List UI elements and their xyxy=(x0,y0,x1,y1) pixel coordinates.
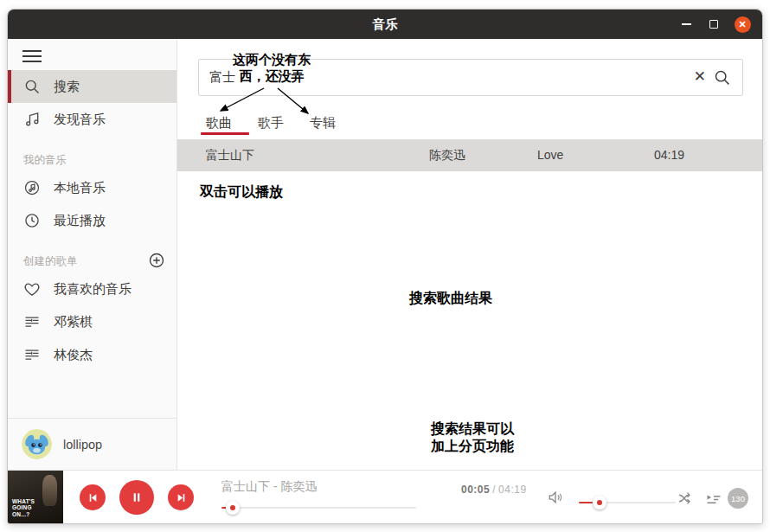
song-title: 富士山下 xyxy=(206,148,254,163)
user-profile[interactable]: lollipop xyxy=(8,418,176,470)
main-content: ✕ 这两个没有东西，还没弄 歌曲 歌手 专辑 xyxy=(177,39,762,470)
total-time: 04:19 xyxy=(498,484,527,496)
maximize-button[interactable] xyxy=(705,10,722,39)
sidebar-item-playlist-gem[interactable]: 邓紫棋 xyxy=(8,305,176,338)
sidebar-item-label: 本地音乐 xyxy=(54,180,106,196)
playlist-icon xyxy=(23,313,41,330)
pause-button[interactable] xyxy=(119,480,154,515)
album-art: WHAT'S GOING ON...? xyxy=(8,471,63,523)
close-icon: ✕ xyxy=(735,16,751,33)
play-queue-icon xyxy=(704,490,723,508)
plus-circle-icon xyxy=(148,252,165,269)
tab-songs[interactable]: 歌曲 xyxy=(206,115,232,131)
add-playlist-button[interactable] xyxy=(148,252,165,272)
song-album: Love xyxy=(537,148,563,162)
app-window: 音乐 ✕ 搜索 发现音乐 我的音乐 本地音乐 xyxy=(7,9,763,524)
maximize-icon xyxy=(709,20,718,29)
skip-forward-icon xyxy=(176,492,187,503)
volume-slider[interactable] xyxy=(579,502,676,503)
sidebar: 搜索 发现音乐 我的音乐 本地音乐 最近播放 创建的歌单 xyxy=(8,39,177,470)
previous-button[interactable] xyxy=(80,484,106,510)
sidebar-item-label: 我喜欢的音乐 xyxy=(54,281,132,298)
next-button[interactable] xyxy=(168,484,194,510)
tab-albums[interactable]: 专辑 xyxy=(310,115,336,131)
player-bar: WHAT'S GOING ON...? 富士山下 - 陈奕迅 00:05/04:… xyxy=(8,470,762,523)
speaker-icon xyxy=(547,489,564,506)
section-label: 我的音乐 xyxy=(23,153,67,168)
music-note-circle-icon xyxy=(23,179,41,196)
progress-slider[interactable] xyxy=(221,507,416,509)
sidebar-item-discover[interactable]: 发现音乐 xyxy=(8,103,176,136)
song-artist: 陈奕迅 xyxy=(429,148,465,163)
shuffle-button[interactable] xyxy=(677,490,694,510)
username: lollipop xyxy=(63,438,102,452)
clear-search-icon[interactable]: ✕ xyxy=(694,67,706,87)
clock-icon xyxy=(23,212,41,229)
now-playing-label: 富士山下 - 陈奕迅 xyxy=(221,479,317,495)
search-submit-icon[interactable] xyxy=(713,68,731,90)
heart-icon xyxy=(23,280,41,298)
minimize-icon xyxy=(682,23,691,25)
queue-count-badge: 130 xyxy=(728,488,748,509)
active-tab-underline xyxy=(201,132,249,135)
sidebar-item-playlist-jj[interactable]: 林俊杰 xyxy=(8,338,176,371)
sidebar-item-label: 林俊杰 xyxy=(54,347,93,363)
annotation-tabs-note: 这两个没有东西，还没弄 xyxy=(231,52,312,85)
song-duration: 04:19 xyxy=(654,148,684,162)
window-title: 音乐 xyxy=(373,16,398,33)
hamburger-menu-icon[interactable] xyxy=(22,50,42,62)
pause-icon xyxy=(130,490,144,504)
annotation-pagination: 搜索结果可以 加上分页功能 xyxy=(431,420,514,455)
search-icon xyxy=(23,78,41,95)
section-label: 创建的歌单 xyxy=(23,254,78,269)
skip-back-icon xyxy=(87,492,99,503)
progress-handle[interactable] xyxy=(226,501,240,515)
sidebar-item-label: 发现音乐 xyxy=(54,112,106,128)
time-display: 00:05/04:19 xyxy=(461,484,527,496)
song-result-row[interactable]: 富士山下 陈奕迅 Love 04:19 xyxy=(177,139,762,171)
search-result-tabs: 歌曲 歌手 专辑 xyxy=(206,115,336,131)
avatar xyxy=(22,429,52,459)
volume-button[interactable] xyxy=(547,489,564,510)
sidebar-item-search[interactable]: 搜索 xyxy=(8,70,176,103)
album-art-title: WHAT'S GOING ON...? xyxy=(12,498,48,518)
section-my-music: 我的音乐 xyxy=(8,151,176,170)
sidebar-item-label: 搜索 xyxy=(54,79,80,95)
titlebar: 音乐 ✕ xyxy=(8,10,762,39)
sidebar-item-recent[interactable]: 最近播放 xyxy=(8,204,176,237)
sidebar-item-favorites[interactable]: 我喜欢的音乐 xyxy=(8,272,176,305)
playlist-icon xyxy=(23,346,41,363)
music-note-icon xyxy=(23,111,41,128)
current-time: 00:05 xyxy=(461,484,490,496)
sidebar-item-local-music[interactable]: 本地音乐 xyxy=(8,171,176,204)
annotation-double-click: 双击可以播放 xyxy=(200,183,283,202)
tab-artists[interactable]: 歌手 xyxy=(258,115,284,131)
shuffle-icon xyxy=(677,490,694,507)
section-playlists: 创建的歌单 xyxy=(8,252,176,271)
queue-button[interactable]: 130 xyxy=(704,490,723,508)
time-separator: / xyxy=(492,484,496,496)
annotation-results: 搜索歌曲结果 xyxy=(409,290,492,308)
sidebar-item-label: 邓紫棋 xyxy=(54,314,93,330)
close-button[interactable]: ✕ xyxy=(731,10,754,39)
minimize-button[interactable] xyxy=(677,10,695,39)
sidebar-item-label: 最近播放 xyxy=(54,213,106,229)
volume-level xyxy=(579,502,593,503)
volume-handle[interactable] xyxy=(593,496,606,510)
